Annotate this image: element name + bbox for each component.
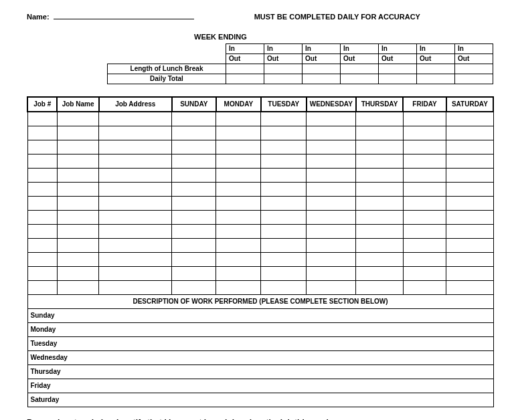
in-label: In [264,44,303,54]
week-ending-label: WEEK ENDING [194,33,494,41]
col-day: FRIDAY [403,97,446,112]
job-row[interactable] [27,281,493,295]
daily-total-label: Daily Total [108,74,226,84]
job-table: Job # Job Name Job Address SUNDAY MONDAY… [27,96,494,407]
desc-row[interactable]: Friday [27,379,493,393]
daily-total-cell[interactable] [226,74,264,84]
desc-row[interactable]: Saturday [27,393,493,407]
name-input-line[interactable] [54,11,194,19]
desc-day[interactable]: Tuesday [27,337,493,351]
header-row: Name: MUST BE COMPLETED DAILY FOR ACCURA… [27,11,494,21]
out-label: Out [226,54,264,64]
in-label: In [303,44,341,54]
desc-day[interactable]: Friday [27,379,493,393]
lunch-cell[interactable] [379,64,417,74]
job-row[interactable] [27,112,493,126]
in-label: In [226,44,264,54]
col-jobname: Job Name [57,97,98,112]
daily-total-cell[interactable] [341,74,379,84]
daily-total-cell[interactable] [417,74,455,84]
certify-line: By my signature below I certify that I h… [27,417,494,420]
out-label: Out [379,54,417,64]
lunch-break-label: Length of Lunch Break [108,64,226,74]
out-label: Out [455,54,493,64]
desc-row[interactable]: Wednesday [27,351,493,365]
description-section-title: DESCRIPTION OF WORK PERFORMED (PLEASE CO… [27,295,493,309]
lunch-cell[interactable] [417,64,455,74]
desc-row[interactable]: Monday [27,323,493,337]
lunch-cell[interactable] [264,64,303,74]
lunch-cell[interactable] [226,64,264,74]
lunch-cell[interactable] [341,64,379,74]
col-day: SUNDAY [172,97,216,112]
desc-row[interactable]: Tuesday [27,337,493,351]
col-day: THURSDAY [356,97,403,112]
desc-row[interactable]: Thursday [27,365,493,379]
job-row[interactable] [27,253,493,267]
lunch-cell[interactable] [455,64,493,74]
job-row[interactable] [27,183,493,197]
in-label: In [455,44,493,54]
out-label: Out [417,54,455,64]
signature-line[interactable] [331,417,471,420]
desc-day[interactable]: Saturday [27,393,493,407]
job-row[interactable] [27,211,493,225]
job-row[interactable] [27,197,493,211]
col-day: WEDNESDAY [307,97,356,112]
col-day: TUESDAY [261,97,307,112]
lunch-cell[interactable] [303,64,341,74]
col-jobnum: Job # [27,97,57,112]
desc-day[interactable]: Thursday [27,365,493,379]
out-label: Out [303,54,341,64]
job-row[interactable] [27,225,493,239]
description-section-header: DESCRIPTION OF WORK PERFORMED (PLEASE CO… [27,295,493,309]
time-table: In In In In In In In Out Out Out Out Out… [107,43,493,84]
daily-total-cell[interactable] [264,74,303,84]
desc-day[interactable]: Wednesday [27,351,493,365]
job-row[interactable] [27,126,493,140]
col-day: SATURDAY [446,97,493,112]
in-label: In [379,44,417,54]
daily-total-cell[interactable] [455,74,493,84]
out-label: Out [341,54,379,64]
daily-total-cell[interactable] [303,74,341,84]
col-day: MONDAY [216,97,261,112]
job-row[interactable] [27,239,493,253]
desc-day[interactable]: Monday [27,323,493,337]
job-row[interactable] [27,267,493,281]
job-row[interactable] [27,140,493,154]
name-label: Name: [27,13,50,21]
in-label: In [417,44,455,54]
job-table-header: Job # Job Name Job Address SUNDAY MONDAY… [27,97,493,112]
col-jobaddr: Job Address [99,97,172,112]
job-row[interactable] [27,154,493,169]
desc-row[interactable]: Sunday [27,309,493,323]
in-label: In [341,44,379,54]
daily-total-cell[interactable] [379,74,417,84]
must-complete-label: MUST BE COMPLETED DAILY FOR ACCURACY [254,13,420,21]
desc-day[interactable]: Sunday [27,309,493,323]
job-row[interactable] [27,169,493,183]
out-label: Out [264,54,303,64]
